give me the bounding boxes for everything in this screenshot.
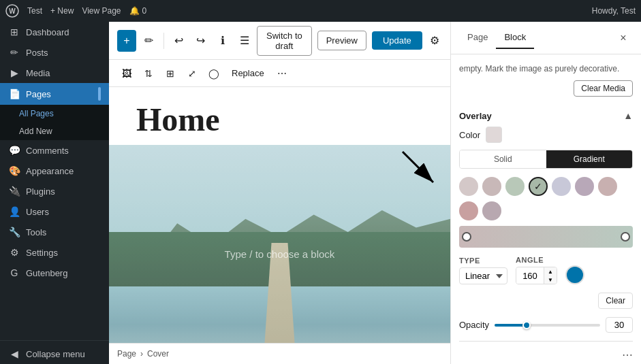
panel-tab-block[interactable]: Block	[496, 27, 534, 49]
admin-bar-right: Howdy, Test	[592, 6, 636, 16]
plugins-icon: 🔌	[8, 185, 20, 197]
color-swatches-row1: ✓	[459, 177, 633, 196]
swatch-4[interactable]: ✓	[529, 177, 548, 196]
breadcrumb-page: Page	[117, 349, 136, 359]
opacity-slider-thumb	[522, 321, 531, 329]
block-grid-btn[interactable]: ⊞	[161, 64, 180, 83]
undo-button[interactable]: ↩	[170, 30, 189, 52]
sidebar-item-users[interactable]: 👤 Users	[0, 201, 109, 222]
admin-bar-new[interactable]: + New	[50, 6, 74, 16]
replace-button[interactable]: Replace	[226, 65, 270, 81]
angle-input[interactable]	[516, 268, 544, 284]
dimensions-more-btn[interactable]: ⋯	[622, 348, 633, 361]
angle-down-btn[interactable]: ▼	[544, 276, 557, 284]
swatch-7[interactable]	[598, 177, 617, 196]
gradient-button[interactable]: Gradient	[546, 150, 633, 168]
list-view-icon: ☰	[240, 34, 249, 47]
overlay-section-header[interactable]: Overlay ▲	[459, 105, 633, 127]
sidebar-subitem-all-pages[interactable]: All Pages	[0, 105, 109, 122]
sidebar-item-comments[interactable]: 💬 Comments	[0, 140, 109, 161]
type-group: TYPE Linear	[459, 257, 507, 284]
switch-to-draft-button[interactable]: Switch to draft	[257, 26, 312, 56]
tools-button[interactable]: ✏	[139, 30, 158, 52]
gradient-handle-left[interactable]	[462, 232, 471, 242]
sidebar-item-pages[interactable]: 📄 Pages	[0, 83, 109, 105]
sidebar-item-posts[interactable]: ✏ Posts	[0, 42, 109, 63]
sidebar-item-dashboard[interactable]: ⊞ Dashboard	[0, 22, 109, 42]
collapse-icon: ◀	[8, 348, 20, 360]
panel-close-button[interactable]: ×	[614, 29, 633, 48]
pages-icon: 📄	[8, 88, 20, 100]
overlay-section-toggle: ▲	[623, 110, 633, 121]
opacity-slider[interactable]	[495, 324, 600, 327]
block-circle-btn[interactable]: ◯	[204, 64, 223, 83]
sidebar-item-settings[interactable]: ⚙ Settings	[0, 242, 109, 263]
sidebar-item-label: Dashboard	[26, 27, 69, 37]
info-button[interactable]: ℹ	[213, 30, 232, 52]
clear-media-button[interactable]: Clear Media	[574, 80, 633, 97]
sidebar-item-label: Posts	[26, 48, 48, 58]
angle-up-btn[interactable]: ▲	[544, 267, 557, 276]
sidebar-item-media[interactable]: ▶ Media	[0, 63, 109, 83]
arrow-indicator	[396, 145, 450, 201]
block-arrows-btn[interactable]: ⇅	[139, 64, 158, 83]
redo-button[interactable]: ↪	[191, 30, 210, 52]
appearance-icon: 🎨	[8, 165, 20, 177]
gradient-preview[interactable]	[459, 226, 633, 248]
gradient-handle-right[interactable]	[621, 232, 630, 242]
clear-button[interactable]: Clear	[598, 293, 633, 309]
solid-gradient-toggle: Solid Gradient	[459, 150, 633, 169]
sidebar-item-label: Comments	[26, 146, 69, 156]
opacity-value-input[interactable]	[606, 317, 633, 333]
block-fullscreen-btn[interactable]: ⤢	[183, 64, 202, 83]
page-title[interactable]: Home	[136, 101, 423, 138]
solid-button[interactable]: Solid	[460, 150, 546, 168]
update-button[interactable]: Update	[372, 31, 422, 50]
main-layout: ⊞ Dashboard ✏ Posts ▶ Media 📄 Pages All …	[0, 22, 641, 364]
block-circle-icon: ◯	[208, 68, 219, 79]
overlay-section-title: Overlay	[459, 111, 492, 121]
dashboard-icon: ⊞	[8, 26, 20, 38]
canvas-inner: Home	[109, 87, 450, 343]
sidebar-subitem-add-new[interactable]: Add New	[0, 122, 109, 140]
admin-bar-site[interactable]: Test	[27, 6, 42, 16]
sidebar-item-tools[interactable]: 🔧 Tools	[0, 222, 109, 242]
sidebar-item-appearance[interactable]: 🎨 Appearance	[0, 161, 109, 181]
sidebar-item-gutenberg[interactable]: G Gutenberg	[0, 263, 109, 283]
swatch-2[interactable]	[482, 177, 501, 196]
list-view-button[interactable]: ☰	[235, 30, 254, 52]
swatch-5[interactable]	[552, 177, 571, 196]
block-image-icon: 🖼	[122, 68, 131, 79]
sidebar-item-plugins[interactable]: 🔌 Plugins	[0, 181, 109, 201]
cover-block[interactable]: Type / to choose a block	[109, 145, 450, 343]
cover-placeholder-text[interactable]: Type / to choose a block	[225, 248, 335, 260]
sidebar-collapse: ◀ Collapse menu	[0, 337, 109, 364]
wp-logo[interactable]: W	[5, 4, 19, 18]
svg-line-3	[403, 152, 433, 182]
collapse-label: Collapse menu	[26, 349, 85, 359]
angle-label: ANGLE	[516, 256, 557, 264]
angle-color-circle[interactable]	[565, 265, 584, 284]
info-icon: ℹ	[221, 34, 225, 47]
type-select[interactable]: Linear	[459, 267, 507, 284]
swatch-9[interactable]	[482, 201, 501, 220]
panel-tab-page[interactable]: Page	[459, 27, 496, 49]
color-swatch[interactable]	[486, 127, 502, 143]
swatch-8[interactable]	[459, 201, 478, 220]
block-more-btn[interactable]: ⋯	[272, 64, 292, 83]
sidebar-item-label: Pages	[26, 89, 51, 99]
swatch-6[interactable]	[575, 177, 594, 196]
add-block-button[interactable]: +	[117, 30, 136, 52]
block-image-btn[interactable]: 🖼	[117, 64, 136, 83]
redo-icon: ↪	[196, 34, 205, 47]
collapse-menu-btn[interactable]: ◀ Collapse menu	[0, 344, 109, 364]
admin-bar-site-name: Test	[27, 6, 42, 16]
swatch-3[interactable]	[505, 177, 525, 196]
editor-canvas[interactable]: Home	[109, 87, 450, 343]
admin-bar-view-page[interactable]: View Page	[82, 6, 121, 16]
swatch-1[interactable]	[459, 177, 478, 196]
editor-toolbar: + ✏ ↩ ↪ ℹ ☰ Switch to draft Preview Upda…	[109, 22, 450, 60]
editor-settings-button[interactable]: ⚙	[428, 30, 442, 52]
admin-bar-notif[interactable]: 🔔 0	[129, 6, 147, 16]
preview-button[interactable]: Preview	[317, 31, 366, 50]
